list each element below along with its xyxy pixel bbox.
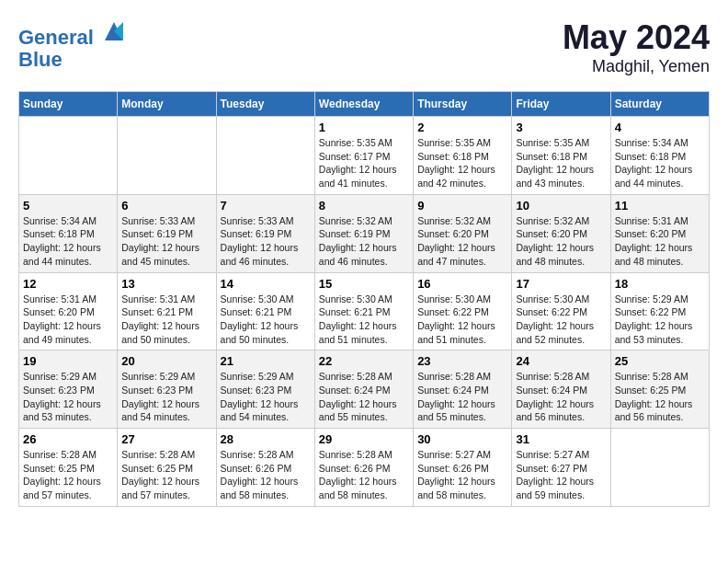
weekday-header-cell: Friday: [512, 92, 610, 117]
day-info: Sunrise: 5:32 AM Sunset: 6:20 PM Dayligh…: [417, 214, 507, 269]
calendar-cell: 20Sunrise: 5:29 AM Sunset: 6:23 PM Dayli…: [118, 350, 216, 429]
day-info: Sunrise: 5:28 AM Sunset: 6:26 PM Dayligh…: [319, 448, 409, 502]
day-number: 13: [121, 277, 211, 291]
calendar-cell: [19, 117, 118, 195]
day-info: Sunrise: 5:34 AM Sunset: 6:18 PM Dayligh…: [615, 136, 705, 190]
calendar-cell: 24Sunrise: 5:28 AM Sunset: 6:24 PM Dayli…: [512, 350, 610, 429]
day-number: 23: [417, 354, 507, 368]
calendar-cell: 4Sunrise: 5:34 AM Sunset: 6:18 PM Daylig…: [610, 117, 709, 195]
calendar-cell: 23Sunrise: 5:28 AM Sunset: 6:24 PM Dayli…: [414, 350, 512, 429]
day-info: Sunrise: 5:32 AM Sunset: 6:19 PM Dayligh…: [319, 214, 409, 269]
day-number: 21: [221, 354, 311, 368]
weekday-header-cell: Monday: [118, 92, 216, 117]
calendar-week-row: 12Sunrise: 5:31 AM Sunset: 6:20 PM Dayli…: [19, 272, 710, 350]
calendar-cell: 18Sunrise: 5:29 AM Sunset: 6:22 PM Dayli…: [610, 272, 709, 350]
day-info: Sunrise: 5:29 AM Sunset: 6:23 PM Dayligh…: [23, 370, 113, 424]
day-info: Sunrise: 5:29 AM Sunset: 6:22 PM Dayligh…: [615, 293, 705, 347]
calendar-cell: 14Sunrise: 5:30 AM Sunset: 6:21 PM Dayli…: [216, 272, 314, 350]
calendar-cell: 3Sunrise: 5:35 AM Sunset: 6:18 PM Daylig…: [512, 117, 610, 195]
calendar-body: 1Sunrise: 5:35 AM Sunset: 6:17 PM Daylig…: [19, 117, 710, 507]
day-info: Sunrise: 5:28 AM Sunset: 6:25 PM Dayligh…: [121, 448, 211, 502]
day-info: Sunrise: 5:33 AM Sunset: 6:19 PM Dayligh…: [121, 214, 211, 269]
day-number: 10: [516, 199, 606, 213]
day-info: Sunrise: 5:28 AM Sunset: 6:24 PM Dayligh…: [516, 370, 606, 424]
day-info: Sunrise: 5:28 AM Sunset: 6:24 PM Dayligh…: [319, 370, 409, 424]
weekday-header-row: SundayMondayTuesdayWednesdayThursdayFrid…: [19, 92, 710, 117]
day-number: 24: [516, 354, 606, 368]
day-info: Sunrise: 5:35 AM Sunset: 6:18 PM Dayligh…: [516, 136, 606, 190]
day-number: 25: [615, 354, 705, 368]
calendar-cell: 15Sunrise: 5:30 AM Sunset: 6:21 PM Dayli…: [314, 272, 413, 350]
calendar-cell: [118, 117, 216, 195]
day-info: Sunrise: 5:31 AM Sunset: 6:20 PM Dayligh…: [615, 214, 705, 269]
calendar-week-row: 5Sunrise: 5:34 AM Sunset: 6:18 PM Daylig…: [19, 194, 710, 272]
calendar-cell: 29Sunrise: 5:28 AM Sunset: 6:26 PM Dayli…: [314, 429, 413, 507]
day-number: 20: [121, 354, 211, 368]
calendar-cell: 31Sunrise: 5:27 AM Sunset: 6:27 PM Dayli…: [512, 429, 610, 507]
day-number: 9: [417, 199, 507, 213]
location-title: Madghil, Yemen: [563, 57, 710, 76]
day-info: Sunrise: 5:33 AM Sunset: 6:19 PM Dayligh…: [221, 214, 311, 269]
day-info: Sunrise: 5:35 AM Sunset: 6:17 PM Dayligh…: [319, 136, 409, 190]
calendar-cell: 25Sunrise: 5:28 AM Sunset: 6:25 PM Dayli…: [610, 350, 709, 429]
calendar-cell: 22Sunrise: 5:28 AM Sunset: 6:24 PM Dayli…: [314, 350, 413, 429]
day-number: 19: [23, 354, 113, 368]
calendar-cell: 27Sunrise: 5:28 AM Sunset: 6:25 PM Dayli…: [118, 429, 216, 507]
day-number: 8: [319, 199, 409, 213]
day-number: 27: [121, 432, 211, 446]
calendar-cell: 8Sunrise: 5:32 AM Sunset: 6:19 PM Daylig…: [314, 194, 413, 272]
day-number: 7: [221, 199, 311, 213]
weekday-header-cell: Wednesday: [314, 92, 413, 117]
day-info: Sunrise: 5:28 AM Sunset: 6:25 PM Dayligh…: [615, 370, 705, 424]
day-number: 15: [319, 277, 409, 291]
day-info: Sunrise: 5:30 AM Sunset: 6:22 PM Dayligh…: [516, 293, 606, 347]
day-number: 17: [516, 277, 606, 291]
day-info: Sunrise: 5:29 AM Sunset: 6:23 PM Dayligh…: [221, 370, 311, 424]
calendar-cell: 16Sunrise: 5:30 AM Sunset: 6:22 PM Dayli…: [414, 272, 512, 350]
calendar-week-row: 1Sunrise: 5:35 AM Sunset: 6:17 PM Daylig…: [19, 117, 710, 195]
calendar-cell: 11Sunrise: 5:31 AM Sunset: 6:20 PM Dayli…: [610, 194, 709, 272]
weekday-header-cell: Sunday: [19, 92, 118, 117]
day-number: 14: [221, 277, 311, 291]
day-number: 16: [417, 277, 507, 291]
calendar-cell: 9Sunrise: 5:32 AM Sunset: 6:20 PM Daylig…: [414, 194, 512, 272]
logo-general: General: [18, 26, 94, 49]
weekday-header-cell: Saturday: [610, 92, 709, 117]
day-info: Sunrise: 5:28 AM Sunset: 6:24 PM Dayligh…: [417, 370, 507, 424]
calendar-cell: 12Sunrise: 5:31 AM Sunset: 6:20 PM Dayli…: [19, 272, 118, 350]
weekday-header-cell: Tuesday: [216, 92, 314, 117]
calendar-cell: 19Sunrise: 5:29 AM Sunset: 6:23 PM Dayli…: [19, 350, 118, 429]
calendar-cell: 2Sunrise: 5:35 AM Sunset: 6:18 PM Daylig…: [414, 117, 512, 195]
calendar-cell: 1Sunrise: 5:35 AM Sunset: 6:17 PM Daylig…: [314, 117, 413, 195]
day-number: 6: [121, 199, 211, 213]
logo-icon: [101, 18, 127, 44]
day-number: 12: [23, 277, 113, 291]
day-info: Sunrise: 5:27 AM Sunset: 6:26 PM Dayligh…: [417, 448, 507, 502]
day-number: 29: [319, 432, 409, 446]
day-number: 31: [516, 432, 606, 446]
calendar-cell: [610, 429, 709, 507]
logo-blue: Blue: [18, 48, 63, 71]
day-info: Sunrise: 5:30 AM Sunset: 6:21 PM Dayligh…: [319, 293, 409, 347]
day-info: Sunrise: 5:28 AM Sunset: 6:26 PM Dayligh…: [221, 448, 311, 502]
calendar-cell: 7Sunrise: 5:33 AM Sunset: 6:19 PM Daylig…: [216, 194, 314, 272]
day-number: 4: [615, 121, 705, 134]
calendar-cell: 13Sunrise: 5:31 AM Sunset: 6:21 PM Dayli…: [118, 272, 216, 350]
day-number: 5: [23, 199, 113, 213]
day-info: Sunrise: 5:30 AM Sunset: 6:21 PM Dayligh…: [221, 293, 311, 347]
calendar-table: SundayMondayTuesdayWednesdayThursdayFrid…: [18, 91, 710, 507]
day-number: 22: [319, 354, 409, 368]
calendar-cell: [216, 117, 314, 195]
day-number: 26: [23, 432, 113, 446]
day-info: Sunrise: 5:31 AM Sunset: 6:20 PM Dayligh…: [23, 293, 113, 347]
calendar-week-row: 26Sunrise: 5:28 AM Sunset: 6:25 PM Dayli…: [19, 429, 710, 507]
page-header: General Blue May 2024 Madghil, Yemen: [18, 18, 710, 76]
day-number: 28: [221, 432, 311, 446]
calendar-cell: 26Sunrise: 5:28 AM Sunset: 6:25 PM Dayli…: [19, 429, 118, 507]
calendar-cell: 17Sunrise: 5:30 AM Sunset: 6:22 PM Dayli…: [512, 272, 610, 350]
calendar-cell: 30Sunrise: 5:27 AM Sunset: 6:26 PM Dayli…: [414, 429, 512, 507]
calendar-cell: 28Sunrise: 5:28 AM Sunset: 6:26 PM Dayli…: [216, 429, 314, 507]
day-info: Sunrise: 5:34 AM Sunset: 6:18 PM Dayligh…: [23, 214, 113, 269]
day-number: 3: [516, 121, 606, 134]
calendar-cell: 21Sunrise: 5:29 AM Sunset: 6:23 PM Dayli…: [216, 350, 314, 429]
